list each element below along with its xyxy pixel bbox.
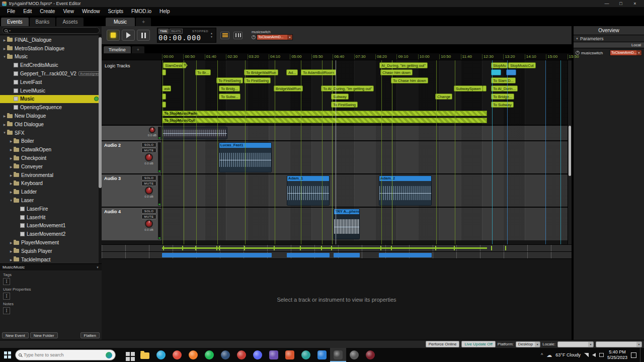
tree-item-levelmusic[interactable]: LevelMusic — [0, 86, 102, 95]
track-lane[interactable]: TRY A...phere — [162, 208, 572, 240]
steam-icon[interactable] — [217, 348, 233, 362]
add-timeline-tab-button[interactable]: + — [132, 46, 144, 53]
app-dark-red-icon[interactable] — [362, 348, 378, 362]
logic-marker[interactable] — [162, 69, 166, 75]
menu-edit[interactable]: Edit — [19, 9, 36, 14]
tree-item-ladder[interactable]: ▶Ladder — [0, 188, 102, 196]
audio-clip-try-a-phere[interactable]: TRY A...phere — [334, 209, 360, 239]
logic-marker-stopmu[interactable]: StopMu — [491, 62, 508, 68]
logic-marker-to-firstswing[interactable]: To FirstSwing — [244, 77, 271, 83]
tree-item-squish-player[interactable]: ▶Squish Player — [0, 247, 102, 255]
tree-item-music[interactable]: ▼Music — [0, 53, 102, 61]
logic-marker-to-firstswing[interactable]: To FirstSwing — [216, 77, 243, 83]
perforce-status-button[interactable]: Perforce Online — [426, 341, 460, 347]
logic-marker-subwayspawn[interactable]: SubwaySpawn — [454, 85, 483, 92]
tab-music[interactable]: Music — [106, 18, 135, 26]
collapse-arrow-icon[interactable]: ▼ — [576, 37, 579, 40]
app-teal-icon[interactable] — [298, 348, 314, 362]
parameter-value-dropdown[interactable]: ToClownArmD... ▼ — [610, 50, 642, 56]
stop-button[interactable] — [107, 30, 120, 41]
overview-strip[interactable] — [102, 244, 572, 259]
tree-item-catwalkopen[interactable]: ▶CatwalkOpen — [0, 145, 102, 154]
expand-arrow-icon[interactable]: ▼ — [2, 131, 7, 134]
logic-marker-subway[interactable]: Subway — [331, 94, 349, 100]
track-header[interactable]: Audio 4SOLOMUTE0.0 dB — [102, 208, 162, 240]
volume-knob[interactable] — [145, 187, 153, 195]
menu-file[interactable]: File — [3, 9, 19, 14]
weather-text[interactable]: 63°F Cloudy — [555, 352, 581, 357]
extra-dropdown[interactable]: ▼ — [596, 341, 642, 347]
solo-button[interactable]: SOLO — [141, 142, 156, 147]
volume-knob[interactable] — [149, 127, 155, 133]
overview-audio-row[interactable] — [102, 252, 572, 258]
play-button[interactable] — [122, 30, 135, 41]
tree-item-geppert-tr-rack002-v2[interactable]: Geppert_Tr...rack002_V2#unassigned — [0, 69, 102, 78]
logic-marker-to-bridgewallrun[interactable]: To BridgeWallRun — [244, 69, 278, 75]
tree-item-levelfast[interactable]: LevelFast — [0, 78, 102, 86]
timeline-ruler-row[interactable]: 00:0000:5001:4002:3003:2004:1005:0005:50… — [102, 53, 572, 60]
logic-marker-to-subw[interactable]: To Subw... — [219, 94, 240, 100]
parameters-section-header[interactable]: ▼ Parameters — [574, 35, 644, 42]
deck-section-input[interactable] — [3, 293, 10, 300]
track-lane[interactable]: Lucas_Fast1 — [162, 141, 572, 173]
pause-button[interactable] — [137, 30, 150, 41]
logic-marker-to-slam-d[interactable]: To Slam D... — [491, 77, 516, 83]
spin-down-icon[interactable]: ▼ — [210, 36, 213, 38]
logic-marker[interactable] — [162, 102, 166, 108]
audio-clip-adam-1[interactable]: Adam_1 — [287, 175, 330, 206]
timeline-scrollbar-thumb[interactable] — [569, 126, 571, 176]
tree-item-lasermovement1[interactable]: LaserMovement1 — [0, 222, 102, 230]
browser-edge-icon[interactable] — [153, 348, 169, 362]
logic-marker-ad[interactable]: Ad... — [286, 69, 298, 75]
tree-item-openingsequence[interactable]: OpeningSequence — [0, 103, 102, 112]
logic-tracks-header[interactable]: Logic Tracks — [102, 60, 162, 125]
expand-arrow-icon[interactable]: ▶ — [2, 123, 7, 126]
menu-window[interactable]: Window — [78, 9, 104, 14]
deck-header[interactable]: Music/Music ▼ — [0, 264, 102, 270]
minimize-icon[interactable]: — — [600, 1, 614, 6]
deck-collapse-icon[interactable]: ▼ — [96, 266, 99, 269]
track-lane[interactable]: Adam_1Adam_2 — [162, 174, 572, 207]
time-spinners[interactable]: ▲ ▼ — [208, 29, 215, 42]
tab-events[interactable]: Events — [1, 18, 29, 26]
spin-up-icon[interactable]: ▲ — [210, 32, 213, 35]
menu-help[interactable]: Help — [155, 9, 174, 14]
taskbar-search-input[interactable] — [24, 352, 104, 357]
logic-marker-slamdesk[interactable]: SlamDesk — [163, 62, 184, 68]
tree-item-endcreditsmusic[interactable]: EndCreditsMusic — [0, 61, 102, 69]
lanes-view-button[interactable] — [233, 32, 243, 39]
logic-marker-to-end-of-boiler[interactable]: To End of boiler... — [182, 62, 188, 68]
action-center-icon[interactable] — [631, 352, 636, 358]
expand-arrow-icon[interactable]: ▶ — [9, 241, 14, 244]
menu-view[interactable]: View — [59, 9, 78, 14]
tree-item-metrostation-dialogue[interactable]: ▶MetroStation Dialogue — [0, 44, 102, 53]
expand-arrow-icon[interactable]: ▶ — [9, 249, 14, 253]
expand-arrow-icon[interactable]: ▶ — [2, 47, 7, 50]
parameter-value-dropdown[interactable]: ToClownArmD... ▼ — [257, 34, 293, 40]
track-header[interactable]: Audio 2SOLOMUTE0.0 dB — [102, 141, 162, 173]
logic-marker[interactable] — [506, 69, 516, 75]
deck-section-input[interactable] — [3, 278, 10, 285]
beats-mode-button[interactable]: BEATS — [170, 29, 182, 34]
volume-knob[interactable] — [145, 153, 153, 161]
logic-marker-to-chase-him-down[interactable]: To Chase him down — [391, 77, 428, 83]
expand-arrow-icon[interactable]: ▼ — [2, 55, 7, 58]
mute-button[interactable]: MUTE — [141, 148, 156, 153]
logic-marker-to-bridg[interactable]: To Bridg... — [219, 85, 240, 92]
tree-item-playermovement[interactable]: ▶PlayerMovement — [0, 238, 102, 247]
tree-item-laser[interactable]: ▼Laser — [0, 196, 102, 205]
loop-region-to-stopmusicfade[interactable]: To StopMusicFade — [162, 111, 487, 116]
logic-marker-ask[interactable]: ask — [162, 85, 171, 92]
browser-firefox-icon[interactable] — [185, 348, 201, 362]
search-options-icon[interactable]: ▾ — [9, 29, 11, 32]
logic-marker-change[interactable]: Change — [435, 94, 452, 100]
network-icon[interactable] — [584, 353, 589, 357]
app-orange-icon[interactable] — [282, 348, 298, 362]
logic-marker[interactable] — [482, 85, 487, 92]
new-folder-button[interactable]: New Folder — [30, 332, 58, 338]
logic-marker-to-ai-durin[interactable]: To AI_Durin... — [491, 85, 518, 92]
logic-marker-to-adamboilroom[interactable]: To AdamBoilRoom — [301, 69, 336, 75]
logic-marker-ai-during-im-getting-out[interactable]: AI_During, "im getting out" — [379, 62, 428, 68]
maximize-icon[interactable]: □ — [614, 1, 628, 6]
timeline-scrollbar[interactable] — [568, 60, 572, 244]
